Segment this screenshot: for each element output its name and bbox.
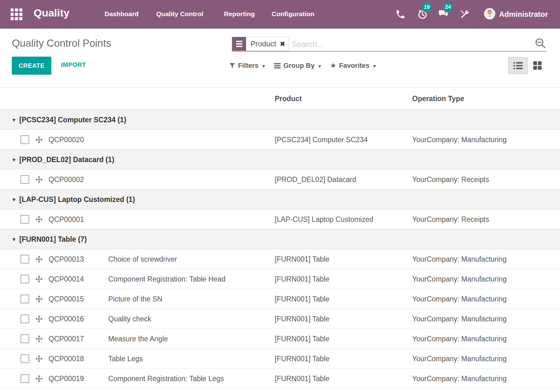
record-name: QCP00013	[49, 255, 84, 263]
app-brand[interactable]: Quality	[34, 7, 69, 19]
search-minus-icon[interactable]	[534, 37, 546, 49]
record-title: Table Legs	[108, 354, 143, 363]
group-row[interactable]: ▾ [LAP-CUS] Laptop Customized (1)	[0, 189, 560, 209]
record-product: [FURN001] Table	[275, 374, 329, 383]
record-name: QCP00017	[49, 334, 84, 343]
record-product: [FURN001] Table	[275, 255, 329, 263]
row-checkbox[interactable]	[21, 315, 29, 323]
nav-item-dashboard[interactable]: Dashboard	[105, 10, 139, 18]
row-checkbox[interactable]	[21, 354, 29, 363]
record-title: Component Registration: Table Legs	[108, 374, 224, 383]
record-operation-type: YourCompany: Receipts	[412, 215, 489, 223]
group-collapse-caret-icon[interactable]: ▾	[12, 196, 16, 203]
search-input[interactable]	[291, 38, 478, 50]
phone-icon[interactable]	[395, 9, 406, 20]
record-operation-type: YourCompany: Manufacturing	[412, 374, 506, 383]
record-name: QCP00002	[49, 175, 84, 184]
table-row[interactable]: QCP00015 Picture of the SN [FURN001] Tab…	[0, 289, 560, 309]
messages-count-badge: 24	[443, 2, 453, 12]
drag-handle-icon[interactable]	[35, 135, 43, 144]
facet-remove-icon[interactable]: ✖	[280, 37, 289, 51]
record-name: QCP00019	[49, 374, 84, 383]
column-header-product[interactable]: Product	[275, 88, 302, 110]
row-checkbox[interactable]	[21, 374, 29, 383]
row-checkbox[interactable]	[21, 334, 29, 343]
group-label: [PCSC234] Computer SC234 (1)	[19, 116, 126, 124]
top-navbar: Quality Dashboard Quality Control Report…	[0, 0, 560, 29]
filters-dropdown[interactable]: Filters ▼	[229, 62, 266, 70]
row-checkbox[interactable]	[21, 215, 29, 224]
record-operation-type: YourCompany: Manufacturing	[412, 354, 506, 363]
user-avatar[interactable]	[484, 8, 495, 19]
drag-handle-icon[interactable]	[35, 374, 43, 383]
group-by-bars-icon	[274, 63, 281, 68]
nav-item-reporting[interactable]: Reporting	[224, 10, 255, 18]
table-row[interactable]: QCP00020 [PCSC234] Computer SC234 YourCo…	[0, 130, 560, 150]
record-title: Choice of screwdriver	[108, 255, 177, 263]
record-title: Measure the Angle	[108, 334, 168, 343]
table-row[interactable]: QCP00002 [PROD_DEL02] Datacard YourCompa…	[0, 170, 560, 189]
tools-icon[interactable]	[460, 9, 470, 20]
record-operation-type: YourCompany: Manufacturing	[412, 334, 506, 343]
drag-handle-icon[interactable]	[35, 255, 43, 263]
favorites-dropdown[interactable]: ★ Favorites ▼	[330, 62, 377, 70]
chevron-down-icon: ▼	[372, 63, 377, 69]
group-row[interactable]: ▾ [PROD_DEL02] Datacard (1)	[0, 150, 560, 170]
record-product: [PROD_DEL02] Datacard	[275, 175, 356, 184]
table-row[interactable]: QCP00019 Component Registration: Table L…	[0, 369, 560, 389]
view-switcher	[508, 57, 547, 74]
group-label: [FURN001] Table (7)	[19, 235, 87, 244]
drag-handle-icon[interactable]	[35, 354, 43, 363]
record-product: [FURN001] Table	[275, 334, 329, 343]
row-checkbox[interactable]	[21, 295, 29, 303]
table-row[interactable]: QCP00013 Choice of screwdriver [FURN001]…	[0, 249, 560, 269]
table-row[interactable]: QCP00018 Table Legs [FURN001] Table Your…	[0, 349, 560, 369]
record-name: QCP00016	[49, 315, 84, 323]
record-product: [FURN001] Table	[275, 295, 329, 303]
table-row[interactable]: QCP00016 Quality check [FURN001] Table Y…	[0, 309, 560, 329]
create-button[interactable]: CREATE	[12, 57, 51, 75]
chevron-down-icon: ▼	[261, 63, 266, 69]
record-name: QCP00014	[49, 275, 84, 283]
drag-handle-icon[interactable]	[35, 334, 43, 343]
drag-handle-icon[interactable]	[35, 275, 43, 283]
kanban-view-button[interactable]	[528, 57, 547, 74]
record-title: Quality check	[108, 315, 151, 323]
group-collapse-caret-icon[interactable]: ▾	[12, 156, 16, 163]
record-title: Component Registration: Table Head	[108, 275, 226, 283]
row-checkbox[interactable]	[21, 175, 29, 184]
list-column-headers: Product Operation Type	[0, 88, 560, 110]
drag-handle-icon[interactable]	[35, 175, 43, 184]
group-by-dropdown[interactable]: Group By ▼	[274, 62, 322, 70]
import-button[interactable]: IMPORT	[59, 61, 88, 69]
drag-handle-icon[interactable]	[35, 295, 43, 303]
record-operation-type: YourCompany: Manufacturing	[412, 295, 506, 303]
facet-label: Product	[246, 37, 280, 51]
star-icon: ★	[330, 62, 336, 69]
group-row[interactable]: ▾ [PCSC234] Computer SC234 (1)	[0, 110, 560, 130]
record-name: QCP00020	[49, 135, 84, 144]
drag-handle-icon[interactable]	[35, 315, 43, 323]
row-checkbox[interactable]	[21, 135, 29, 144]
record-operation-type: YourCompany: Manufacturing	[412, 135, 506, 144]
user-name[interactable]: Administrator	[499, 10, 548, 19]
row-checkbox[interactable]	[21, 255, 29, 264]
drag-handle-icon[interactable]	[35, 215, 43, 223]
group-by-facet-icon	[232, 37, 246, 51]
row-checkbox[interactable]	[21, 275, 29, 283]
column-header-operation-type[interactable]: Operation Type	[412, 88, 464, 110]
group-label: [PROD_DEL02] Datacard (1)	[19, 156, 114, 164]
table-row[interactable]: QCP00017 Measure the Angle [FURN001] Tab…	[0, 329, 560, 349]
apps-menu-icon[interactable]	[11, 8, 22, 20]
table-row[interactable]: QCP00014 Component Registration: Table H…	[0, 269, 560, 289]
record-operation-type: YourCompany: Receipts	[412, 175, 489, 184]
nav-item-quality-control[interactable]: Quality Control	[156, 10, 203, 18]
list-view-button[interactable]	[508, 57, 528, 74]
group-collapse-caret-icon[interactable]: ▾	[12, 236, 16, 243]
group-collapse-caret-icon[interactable]: ▾	[12, 116, 16, 124]
nav-item-configuration[interactable]: Configuration	[272, 10, 315, 18]
filter-funnel-icon	[229, 63, 235, 68]
group-row[interactable]: ▾ [FURN001] Table (7)	[0, 229, 560, 249]
record-operation-type: YourCompany: Manufacturing	[412, 255, 506, 263]
table-row[interactable]: QCP00001 [LAP-CUS] Laptop Customized You…	[0, 209, 560, 229]
